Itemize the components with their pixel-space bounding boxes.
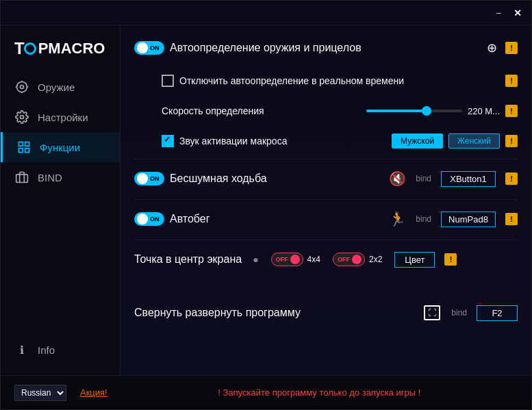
dot-4x4-knob (290, 255, 300, 264)
dot-2x2-knob (352, 255, 362, 264)
auto-detect-row: ON Автоопределение оружия и прицелов ⊕ ! (134, 36, 518, 60)
minimize-row: Свернуть развернуть программу ⛶ bind F2 (134, 300, 518, 325)
svg-point-1 (21, 86, 24, 89)
dot-2x2-toggle[interactable]: OFF (333, 253, 365, 266)
functions-icon (16, 140, 31, 154)
autorun-label: Автобег (170, 213, 379, 225)
sidebar-label-info: Info (38, 344, 55, 356)
toggle-knob (137, 42, 148, 53)
dot-2x2-group: OFF 2x2 (333, 253, 382, 266)
dot-4x4-group: OFF 4x4 (271, 253, 320, 266)
logo-t: T (14, 39, 23, 58)
speed-slider-container (366, 110, 462, 112)
sidebar-item-info[interactable]: ℹ Info (1, 335, 120, 365)
screen-icon: ⛶ (424, 305, 440, 320)
dot-2x2-label: 2x2 (369, 255, 382, 264)
autorun-bind-label: bind (416, 214, 431, 224)
close-button[interactable]: ✕ (511, 6, 524, 20)
svg-rect-9 (19, 149, 23, 153)
sidebar: T PMACRO Оружие (1, 25, 121, 375)
silent-walk-bind-box[interactable]: XButton1 (441, 171, 496, 187)
sidebar-item-settings[interactable]: Настройки (1, 102, 120, 132)
speed-label: Скорость определения (162, 105, 361, 116)
autorun-info[interactable]: ! (505, 213, 518, 225)
speed-slider-thumb[interactable] (422, 106, 431, 116)
logo: T PMACRO (1, 32, 120, 72)
svg-rect-10 (25, 149, 29, 153)
disable-realtime-row: Отключить автоопределение в реальном вре… (134, 68, 518, 93)
autorun-toggle[interactable]: ON (134, 212, 164, 226)
auto-detect-label: Автоопределение оружия и прицелов (170, 42, 481, 54)
action-link[interactable]: Акция! (80, 387, 107, 398)
dot-center-info[interactable]: ! (444, 253, 457, 266)
minimize-button[interactable]: − (492, 6, 505, 20)
dot-4x4-label: 4x4 (307, 255, 320, 264)
crosshair-icon: ⊕ (487, 40, 497, 55)
sound-info[interactable]: ! (505, 135, 518, 147)
warning-text: ! Запускайте программу только до запуска… (121, 387, 518, 398)
sound-row: Звук активации макроса Мужской Женский ! (134, 129, 518, 153)
autorun-bind-box[interactable]: NumPad8 (441, 212, 496, 227)
weapons-icon (14, 80, 29, 94)
autorun-knob (137, 214, 148, 225)
silent-walk-toggle[interactable]: ON (134, 172, 164, 185)
sidebar-item-functions[interactable]: Функции (1, 132, 120, 162)
svg-rect-11 (16, 175, 28, 183)
speed-slider-track[interactable] (366, 110, 462, 112)
autorun-row: ON Автобег 🏃 bind NumPad8 ! (134, 207, 518, 231)
silent-walk-info[interactable]: ! (505, 172, 518, 185)
disable-realtime-checkbox[interactable] (162, 75, 174, 87)
speed-value: 220 М... (468, 106, 500, 116)
minimize-bind-box[interactable]: F2 (477, 305, 518, 321)
bind-icon (14, 170, 29, 184)
minimize-label: Свернуть развернуть программу (134, 307, 413, 319)
content-area: ON Автоопределение оружия и прицелов ⊕ !… (121, 25, 531, 375)
bottom-bar: Russian Акция! ! Запускайте программу то… (1, 375, 531, 409)
dot-center-dot: ● (253, 254, 258, 265)
logo-circle (24, 42, 36, 55)
dot-4x4-toggle[interactable]: OFF (271, 253, 303, 266)
mute-icon: 🔇 (389, 170, 406, 187)
logo-rest: PMACRO (38, 40, 105, 57)
auto-detect-toggle[interactable]: ON (134, 41, 164, 55)
svg-rect-8 (25, 142, 29, 146)
dot-center-row: Точка в центр экрана ● OFF 4x4 OFF 2x2 (134, 247, 518, 272)
sidebar-item-bind[interactable]: BIND (1, 162, 120, 192)
speed-row: Скорость определения 220 М... ! (134, 99, 518, 123)
silent-walk-knob (137, 173, 148, 184)
spacer (134, 280, 518, 300)
sound-checkbox[interactable] (162, 135, 174, 147)
main-window: − ✕ T PMACRO (0, 0, 532, 410)
info-nav-icon: ℹ (14, 344, 29, 357)
logo-o (24, 40, 38, 57)
run-icon: 🏃 (389, 211, 406, 227)
divider-2 (134, 199, 518, 200)
language-select[interactable]: Russian (14, 385, 66, 401)
male-button[interactable]: Мужской (392, 133, 443, 149)
sidebar-bottom: ℹ Info (1, 335, 120, 375)
disable-realtime-label: Отключить автоопределение в реальном вре… (179, 75, 500, 86)
svg-rect-7 (19, 142, 23, 146)
divider-3 (134, 240, 518, 240)
female-button[interactable]: Женский (448, 133, 500, 149)
title-bar: − ✕ (1, 1, 531, 25)
sound-label: Звук активации макроса (179, 136, 386, 146)
auto-detect-info[interactable]: ! (505, 42, 518, 54)
color-button[interactable]: Цвет (394, 252, 435, 268)
minimize-bind-label: bind (451, 308, 467, 318)
sidebar-label-functions: Функции (40, 142, 80, 153)
svg-point-6 (21, 116, 24, 119)
silent-walk-label: Бесшумная ходьба (170, 172, 379, 185)
sidebar-label-bind: BIND (38, 172, 62, 183)
speed-info[interactable]: ! (505, 105, 518, 117)
dot-center-label: Точка в центр экрана (134, 253, 242, 266)
disable-realtime-info[interactable]: ! (505, 75, 518, 87)
title-bar-controls: − ✕ (492, 6, 524, 20)
silent-walk-bind-label: bind (416, 174, 431, 183)
sidebar-label-settings: Настройки (38, 112, 88, 123)
divider-1 (134, 159, 518, 159)
main-layout: T PMACRO Оружие (1, 25, 531, 375)
silent-walk-row: ON Бесшумная ходьба 🔇 bind XButton1 ! (134, 166, 518, 191)
sidebar-label-weapons: Оружие (38, 81, 75, 93)
sidebar-item-weapons[interactable]: Оружие (1, 72, 120, 102)
